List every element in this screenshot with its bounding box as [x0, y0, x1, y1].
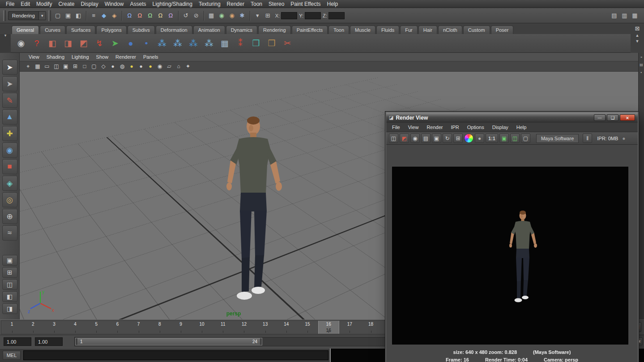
- one-to-one-zoom-button[interactable]: 1:1: [486, 134, 498, 143]
- node-editor-icon[interactable]: ▦: [218, 36, 231, 51]
- menu-item[interactable]: Assets: [127, 0, 149, 8]
- quick-selection-icon[interactable]: ⊞: [263, 11, 273, 20]
- shelf-tab[interactable]: Subdivs: [128, 26, 155, 34]
- rgb-channels-icon[interactable]: [464, 134, 473, 143]
- timeline-frame[interactable]: 4 4: [65, 321, 86, 334]
- shelf-tab[interactable]: Muscle: [350, 26, 375, 34]
- statusline-grip[interactable]: [3, 10, 6, 21]
- chevron-down-icon[interactable]: ▾: [253, 11, 262, 20]
- menu-item[interactable]: Edit: [17, 0, 33, 8]
- gate-mask-icon[interactable]: ▣: [62, 62, 70, 70]
- ipr-render-icon[interactable]: ▣: [432, 134, 441, 143]
- utility-node-icon[interactable]: ⁂: [187, 36, 200, 51]
- alpha-channel-icon[interactable]: ●: [475, 134, 484, 143]
- viewport-menu-item[interactable]: Panels: [140, 54, 162, 60]
- shelf-tab[interactable]: PaintEffects: [292, 26, 328, 34]
- timeline-frame[interactable]: 2 2: [22, 321, 43, 334]
- render-region-icon[interactable]: ◩: [400, 134, 409, 143]
- default-light-icon[interactable]: ●: [137, 62, 145, 70]
- field-chart-icon[interactable]: ⊞: [71, 62, 79, 70]
- outliner-toggle-icon[interactable]: ▤: [610, 11, 619, 20]
- command-language-toggle[interactable]: MEL: [3, 351, 21, 360]
- select-by-hierarchy-icon[interactable]: ≡: [89, 11, 98, 20]
- shelf-tab[interactable]: Toon: [328, 26, 349, 34]
- textured-mode-icon[interactable]: ◍: [118, 62, 126, 70]
- shaded-mode-icon[interactable]: ●: [109, 62, 117, 70]
- render-view-menu-item[interactable]: Display: [488, 124, 512, 131]
- menu-item[interactable]: Lighting/Shading: [149, 0, 195, 8]
- snap-to-grid-icon[interactable]: Ω: [125, 11, 134, 20]
- timeline-frame[interactable]: 16 16: [318, 321, 339, 334]
- safe-action-icon[interactable]: □: [81, 62, 89, 70]
- select-by-object-icon[interactable]: ◆: [99, 11, 109, 20]
- statusline-grip[interactable]: [48, 10, 51, 21]
- film-gate-icon[interactable]: ▭: [43, 62, 51, 70]
- panel-pin-icon[interactable]: ▪: [641, 70, 642, 74]
- ipr-render-current-frame-icon[interactable]: ◉: [227, 11, 237, 20]
- shelf-tab[interactable]: Rendering: [258, 26, 291, 34]
- viewport-menu-item[interactable]: Renderer: [112, 54, 140, 60]
- renderer-selector[interactable]: Maya Software: [536, 134, 579, 143]
- coordinate-input[interactable]: [328, 12, 345, 19]
- restore-button[interactable]: ❑: [607, 114, 618, 121]
- render-current-frame-icon[interactable]: ◫: [389, 134, 398, 143]
- select-by-component-icon[interactable]: ◈: [110, 11, 119, 20]
- shelf-scroll-up-icon[interactable]: ▲: [635, 33, 640, 38]
- timeline-frame[interactable]: 3 3: [43, 321, 64, 334]
- close-button[interactable]: ×: [620, 114, 635, 121]
- shelf-scroll-down-icon[interactable]: ▼: [635, 39, 640, 43]
- timeline-frame[interactable]: 6 6: [107, 321, 128, 334]
- minimize-button[interactable]: —: [594, 114, 606, 121]
- shadows-icon[interactable]: ●: [146, 62, 154, 70]
- command-input[interactable]: [23, 350, 328, 360]
- range-slider-handle[interactable]: 1 24: [75, 338, 262, 345]
- help-question-icon[interactable]: ?: [30, 36, 43, 51]
- menu-item[interactable]: Paint Effects: [287, 0, 324, 8]
- shelf-tab[interactable]: nCloth: [438, 26, 462, 34]
- paint-effects-brush-icon[interactable]: ↯: [93, 36, 106, 51]
- show-manipulator-tool[interactable]: ⊕: [2, 209, 17, 224]
- render-settings-icon[interactable]: ✱: [238, 11, 247, 20]
- shelf-tab[interactable]: Fur: [400, 26, 418, 34]
- lasso-select-tool[interactable]: ➤: [2, 76, 17, 91]
- save-scene-icon[interactable]: ◧: [74, 11, 83, 20]
- menu-item[interactable]: Display: [77, 0, 101, 8]
- construction-history-icon[interactable]: ↺: [181, 11, 191, 20]
- render-view-titlebar[interactable]: ◪ Render View —❑×: [386, 112, 638, 123]
- chevron-down-icon[interactable]: ▾: [38, 12, 46, 20]
- pencil-region-icon[interactable]: ⊞: [453, 134, 463, 143]
- isolate-select-icon[interactable]: ◉: [156, 62, 164, 70]
- timeline-frame[interactable]: 11 11: [213, 321, 234, 334]
- viewport-menu-item[interactable]: Shading: [43, 54, 68, 60]
- safe-title-icon[interactable]: ▢: [90, 62, 98, 70]
- red-node-icon[interactable]: ⁑: [234, 36, 247, 51]
- four-pane-layout-button[interactable]: ⊞: [2, 267, 17, 278]
- render-view-menu-item[interactable]: View: [404, 124, 423, 131]
- shelf-tab[interactable]: Polygons: [96, 26, 126, 34]
- remove-image-icon[interactable]: ◫: [510, 134, 520, 143]
- open-render-settings-icon[interactable]: ▢: [521, 134, 530, 143]
- hypershade-persp-layout-button[interactable]: ◨: [2, 303, 17, 314]
- camera-icon[interactable]: ◧: [46, 36, 59, 51]
- timeline-frame[interactable]: 5 5: [86, 321, 107, 334]
- small-sphere-icon[interactable]: •: [140, 36, 153, 51]
- render-sphere-icon[interactable]: ◉: [14, 36, 28, 51]
- resolution-gate-icon[interactable]: ◫: [52, 62, 60, 70]
- cut-tool-icon[interactable]: ✂: [281, 36, 294, 51]
- texture-node-icon[interactable]: ⁂: [171, 36, 184, 51]
- xray-icon[interactable]: ▱: [165, 62, 173, 70]
- open-scene-icon[interactable]: ▣: [64, 11, 73, 20]
- channel-box-toggle-icon[interactable]: ▥: [620, 11, 629, 20]
- animation-start-field[interactable]: 1.00: [4, 337, 31, 346]
- menu-item[interactable]: Texturing: [196, 0, 224, 8]
- last-tool-used[interactable]: ≈: [2, 225, 17, 241]
- viewport-menu-item[interactable]: Show: [93, 54, 112, 60]
- single-pane-layout-button[interactable]: ▣: [2, 255, 17, 266]
- camera-aim-icon[interactable]: ◨: [61, 36, 75, 51]
- timeline-frame[interactable]: 15 15: [297, 321, 318, 334]
- menu-item[interactable]: Render: [224, 0, 247, 8]
- timeline-frame[interactable]: 9 9: [170, 321, 191, 334]
- select-tool[interactable]: ➤: [2, 60, 17, 75]
- teal-cube-icon[interactable]: ❒: [249, 36, 263, 51]
- pause-ipr-icon[interactable]: ‖: [583, 134, 592, 143]
